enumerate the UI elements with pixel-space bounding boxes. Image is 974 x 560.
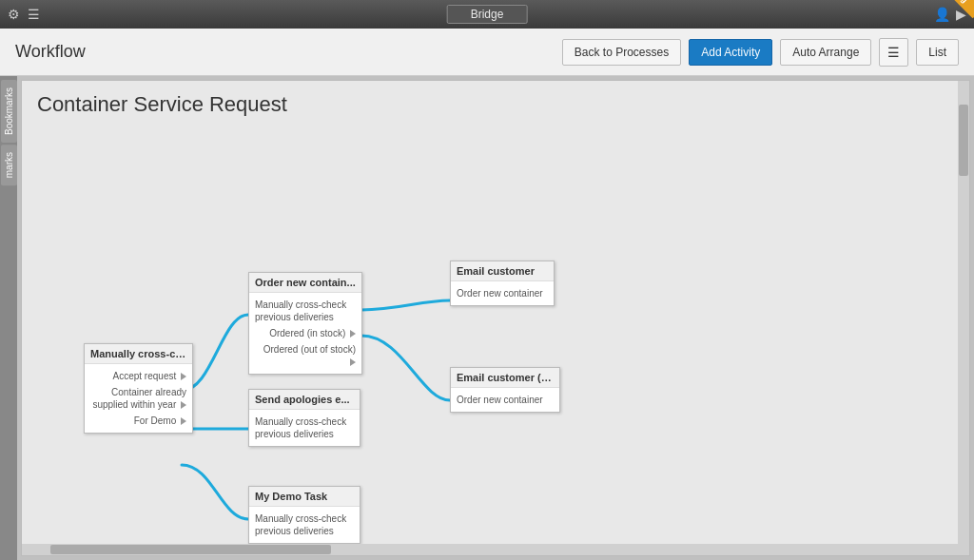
node-email-customer-body: Order new container [451, 281, 554, 305]
right-scrollbar[interactable] [958, 81, 969, 555]
workflow-canvas: Manually cross-ch... Accept request Cont… [22, 125, 969, 556]
list-icon-button[interactable]: ☰ [879, 38, 908, 67]
training-label: Training [925, 0, 974, 18]
right-scrollbar-thumb [959, 105, 968, 176]
node-my-demo-task[interactable]: My Demo Task Manually cross-check previo… [248, 486, 360, 544]
node-item-order-new-container-d: Order new container [457, 392, 554, 408]
node-manually-cross-check-title: Manually cross-ch... [85, 344, 192, 364]
training-ribbon: Training [925, 0, 974, 49]
node-order-new-container[interactable]: Order new contain... Manually cross-chec… [248, 272, 362, 375]
auto-arrange-button[interactable]: Auto Arrange [780, 39, 871, 66]
topbar-left: ⚙ ☰ [8, 7, 40, 22]
header-title: Workflow [15, 42, 86, 62]
topbar: ⚙ ☰ Bridge 👤 ▶ Training [0, 0, 974, 29]
back-to-processes-button[interactable]: Back to Processes [562, 39, 681, 66]
node-email-customer[interactable]: Email customer Order new container [450, 261, 555, 306]
bottom-scrollbar-thumb [50, 545, 331, 554]
node-manually-cross-check[interactable]: Manually cross-ch... Accept request Cont… [84, 343, 193, 434]
bottom-scrollbar[interactable] [22, 544, 958, 555]
bridge-label: Bridge [447, 5, 528, 24]
settings-icon[interactable]: ⚙ [8, 7, 20, 22]
canvas-container[interactable]: Container Service Request Manually cross… [21, 80, 970, 556]
node-my-demo-task-body: Manually cross-check previous deliveries [249, 507, 360, 543]
node-item-accept-request: Accept request [90, 368, 186, 384]
node-manually-cross-check-body: Accept request Container already supplie… [85, 364, 192, 433]
node-order-new-title: Order new contain... [249, 273, 361, 293]
topbar-center: Bridge [447, 5, 528, 24]
node-my-demo-task-title: My Demo Task [249, 487, 360, 507]
node-email-customer-d[interactable]: Email customer (d... Order new container [450, 367, 560, 413]
node-email-customer-d-title: Email customer (d... [451, 368, 559, 388]
node-send-apologies[interactable]: Send apologies e... Manually cross-check… [248, 389, 360, 447]
node-item-for-demo: For Demo [90, 413, 186, 429]
node-send-apologies-title: Send apologies e... [249, 390, 360, 410]
header: Workflow Back to Processes Add Activity … [0, 29, 974, 76]
page-title: Container Service Request [22, 81, 969, 125]
main-layout: Bookmarks marks Container Service Reques… [0, 76, 974, 560]
node-item-order-new-container: Order new container [457, 285, 548, 301]
node-email-customer-d-body: Order new container [451, 388, 559, 412]
connections-svg [22, 125, 969, 556]
sidebar-tab-bookmarks[interactable]: Bookmarks [1, 80, 17, 143]
node-item-manually-cross-apologies: Manually cross-check previous deliveries [255, 414, 354, 442]
node-item-manually-cross-demo: Manually cross-check previous deliveries [255, 511, 354, 539]
node-email-customer-title: Email customer [451, 261, 554, 281]
header-actions: Back to Processes Add Activity Auto Arra… [562, 38, 959, 67]
node-item-ordered-in-stock: Ordered (in stock) [255, 325, 356, 341]
add-activity-button[interactable]: Add Activity [689, 39, 772, 66]
node-item-container-supplied: Container already supplied within year [90, 384, 186, 413]
left-sidebar: Bookmarks marks [0, 76, 17, 560]
node-item-ordered-out-stock: Ordered (out of stock) [255, 341, 356, 370]
document-icon[interactable]: ☰ [28, 7, 40, 22]
sidebar-tab-marks[interactable]: marks [1, 145, 17, 185]
node-send-apologies-body: Manually cross-check previous deliveries [249, 410, 360, 446]
node-item-manually-cross: Manually cross-check previous deliveries [255, 297, 356, 325]
node-order-new-body: Manually cross-check previous deliveries… [249, 293, 361, 374]
